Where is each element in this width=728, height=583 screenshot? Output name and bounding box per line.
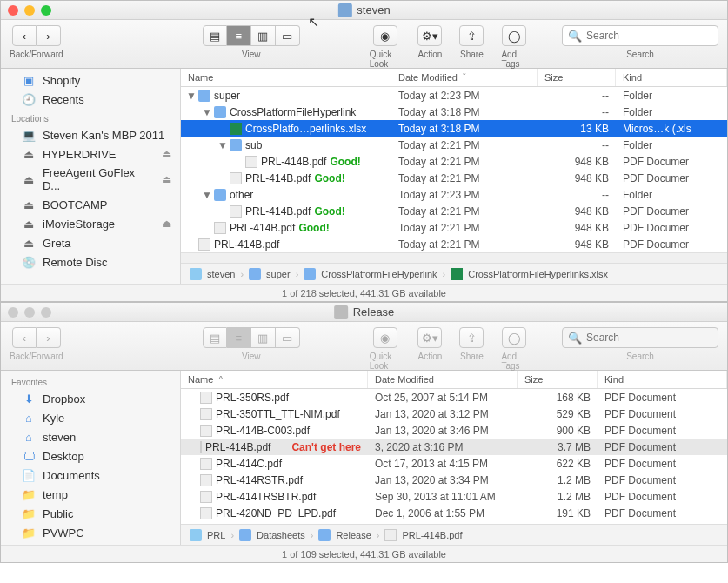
disclosure-triangle-icon[interactable]: ▼ [202, 106, 210, 118]
path-segment[interactable]: steven [207, 269, 235, 279]
file-row[interactable]: ▼ super Today at 2:23 PM -- Folder [181, 87, 727, 104]
quicklook-button[interactable]: ◉ [373, 25, 397, 46]
path-bar[interactable]: steven›super›CrossPlatformFileHyperlink›… [181, 263, 727, 284]
action-button[interactable]: ⚙︎▾ [417, 25, 442, 46]
file-row[interactable]: PRL-414RSTR.pdf Jan 13, 2020 at 3:34 PM … [181, 472, 727, 488]
sidebar-item[interactable]: ⬇Dropbox [1, 389, 180, 408]
file-date: Today at 3:18 PM [391, 123, 538, 135]
sidebar-item[interactable]: 📄Documents [1, 466, 180, 485]
search-field[interactable]: 🔍 [562, 25, 718, 46]
view-gallery-button[interactable]: ▭ [276, 25, 300, 46]
eject-icon[interactable]: ⏏ [162, 148, 171, 160]
addtags-button[interactable]: ◯ [502, 25, 526, 46]
close-window-button[interactable] [8, 307, 18, 318]
minimize-window-button[interactable] [24, 307, 35, 318]
file-row[interactable]: PRL-414B.pdf Can't get here 3, 2020 at 3… [181, 439, 727, 455]
view-icon-button[interactable]: ▤ [203, 25, 227, 46]
sidebar-item[interactable]: 📁temp [1, 485, 180, 504]
header-kind[interactable]: Kind [598, 371, 727, 388]
sidebar-item[interactable]: ⏏BOOTCAMP [1, 195, 180, 214]
disclosure-triangle-icon[interactable]: ▼ [217, 139, 226, 151]
file-list[interactable]: ▼ super Today at 2:23 PM -- Folder ▼ Cro… [181, 87, 727, 252]
path-segment[interactable]: super [266, 269, 291, 279]
header-name[interactable]: Name^ [181, 371, 368, 388]
close-window-button[interactable] [8, 5, 18, 16]
file-size: 900 KB [518, 425, 598, 437]
eject-icon[interactable]: ⏏ [162, 218, 171, 230]
file-row[interactable]: PRL-414B.pdf Good! Today at 2:21 PM 948 … [181, 219, 727, 236]
view-column-button[interactable]: ▥ [251, 25, 276, 46]
sidebar-item[interactable]: 💿Remote Disc [1, 252, 180, 271]
sidebar-item[interactable]: 📁PVWPC [1, 523, 180, 542]
file-row[interactable]: PRL-414B.pdf Good! Today at 2:21 PM 948 … [181, 203, 727, 219]
file-row[interactable]: PRL-414B.pdf Good! Today at 2:21 PM 948 … [181, 170, 727, 186]
action-button[interactable]: ⚙︎▾ [417, 327, 442, 348]
header-name[interactable]: Name [181, 69, 391, 86]
zoom-window-button[interactable] [41, 307, 51, 318]
clock-icon: 🕘 [22, 92, 36, 106]
search-input[interactable] [586, 332, 717, 344]
sidebar-item[interactable]: ⌂Kyle [1, 408, 180, 427]
drive-icon: ⏏ [22, 172, 36, 186]
view-list-button[interactable]: ≡ [227, 327, 251, 348]
file-row[interactable]: PRL-414TRSBTR.pdf Sep 30, 2013 at 11:01 … [181, 488, 727, 505]
back-button[interactable]: ‹ [12, 327, 37, 348]
sidebar-item[interactable]: ⏏FreeAgent GoFlex D...⏏ [1, 164, 180, 195]
forward-button[interactable]: › [37, 327, 61, 348]
disclosure-triangle-icon[interactable]: ▼ [202, 189, 210, 201]
path-segment[interactable]: CrossPlatformFileHyperlinks.xlsx [468, 269, 608, 279]
sidebar-item[interactable]: ▣Shopify [1, 70, 180, 90]
sidebar-item[interactable]: 🖵Desktop [1, 446, 180, 466]
file-date: 3, 2020 at 3:16 PM [368, 441, 518, 453]
sidebar-item[interactable]: ⌂steven [1, 427, 180, 446]
path-segment[interactable]: Datasheets [257, 530, 305, 540]
share-button[interactable]: ⇪ [459, 327, 484, 348]
file-row[interactable]: ▼ sub Today at 2:21 PM -- Folder [181, 137, 727, 153]
file-row[interactable]: PRL-414B.pdf Today at 2:21 PM 948 KB PDF… [181, 236, 727, 252]
share-button[interactable]: ⇪ [459, 25, 484, 46]
horizontal-scrollbar[interactable] [181, 252, 727, 263]
sidebar-item[interactable]: 🕘Recents [1, 90, 180, 109]
path-segment[interactable]: Release [336, 530, 371, 540]
file-row[interactable]: PRL-414B-C003.pdf Jan 13, 2020 at 3:46 P… [181, 422, 727, 439]
file-row[interactable]: ▼ CrossPlatformFileHyperlink Today at 3:… [181, 104, 727, 120]
path-bar[interactable]: PRL›Datasheets›Release›PRL-414B.pdf [181, 524, 727, 545]
file-row[interactable]: PRL-414C.pdf Oct 17, 2013 at 4:15 PM 622… [181, 455, 727, 472]
quicklook-button[interactable]: ◉ [373, 327, 397, 348]
view-gallery-button[interactable]: ▭ [276, 327, 300, 348]
view-column-button[interactable]: ▥ [251, 327, 276, 348]
disclosure-triangle-icon[interactable]: ▼ [186, 90, 195, 102]
header-date[interactable]: Date Modified [368, 371, 518, 388]
back-button[interactable]: ‹ [12, 25, 37, 46]
file-row[interactable]: PRL-350RS.pdf Oct 25, 2007 at 5:14 PM 16… [181, 389, 727, 405]
eject-icon[interactable]: ⏏ [162, 173, 171, 185]
file-row[interactable]: ▼ other Today at 2:23 PM -- Folder [181, 186, 727, 203]
zoom-window-button[interactable] [41, 5, 51, 16]
path-segment[interactable]: CrossPlatformFileHyperlink [321, 269, 437, 279]
sidebar-item[interactable]: ⏏iMovieStorage⏏ [1, 214, 180, 233]
search-input[interactable] [586, 30, 717, 42]
back-forward-label: Back/Forward [10, 352, 63, 361]
header-date[interactable]: Date Modifiedˇ [391, 69, 538, 86]
header-size[interactable]: Size [518, 371, 598, 388]
sidebar-item[interactable]: ⏏Greta [1, 233, 180, 252]
view-icon-button[interactable]: ▤ [203, 327, 227, 348]
file-row[interactable]: PRL-420ND_PD_LPD.pdf Dec 1, 2006 at 1:55… [181, 505, 727, 521]
file-row[interactable]: PRL-414B.pdf Good! Today at 2:21 PM 948 … [181, 153, 727, 170]
search-field[interactable]: 🔍 [562, 327, 718, 348]
path-segment[interactable]: PRL [207, 530, 225, 540]
header-kind[interactable]: Kind [616, 69, 727, 86]
minimize-window-button[interactable] [24, 5, 35, 16]
addtags-button[interactable]: ◯ [502, 327, 526, 348]
sidebar-item[interactable]: ⏏HYPERDRIVE⏏ [1, 144, 180, 164]
header-size[interactable]: Size [538, 69, 616, 86]
path-segment[interactable]: PRL-414B.pdf [402, 530, 462, 540]
view-list-button[interactable]: ≡ [227, 25, 251, 46]
file-row[interactable]: CrossPlatfo…perlinks.xlsx Today at 3:18 … [181, 120, 727, 137]
disc-icon: 💿 [22, 255, 36, 269]
sidebar-item[interactable]: 📁Public [1, 504, 180, 523]
sidebar-item[interactable]: 💻Steven Kan's MBP 2011 [1, 125, 180, 144]
forward-button[interactable]: › [37, 25, 61, 46]
file-row[interactable]: PRL-350TTL_TTL-NIM.pdf Jan 13, 2020 at 3… [181, 405, 727, 422]
file-list[interactable]: PRL-350RS.pdf Oct 25, 2007 at 5:14 PM 16… [181, 389, 727, 524]
